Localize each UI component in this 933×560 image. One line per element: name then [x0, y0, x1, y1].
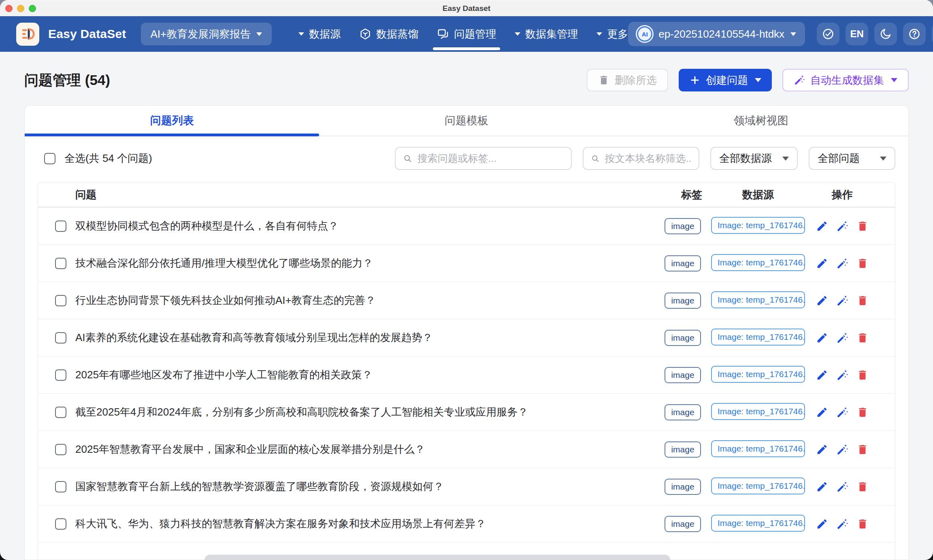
tab-domain-tree[interactable]: 领域树视图: [614, 106, 908, 136]
row-checkbox[interactable]: [55, 481, 66, 492]
delete-icon[interactable]: [856, 406, 869, 418]
app-logo[interactable]: [16, 23, 39, 46]
nav-item-label: 更多: [607, 27, 628, 41]
tag-badge[interactable]: image: [665, 367, 701, 383]
row-checkbox[interactable]: [55, 332, 66, 344]
edit-icon[interactable]: [816, 369, 828, 381]
tab-question-template[interactable]: 问题模板: [319, 106, 613, 136]
delete-selected-button[interactable]: 删除所选: [587, 69, 668, 91]
row-checkbox[interactable]: [55, 258, 66, 269]
chevron-down-icon: [596, 32, 602, 36]
nav-item-datasets[interactable]: 数据集管理: [515, 16, 578, 52]
question-search-input[interactable]: [418, 153, 564, 164]
table-row: 国家智慧教育平台新上线的智慧教学资源覆盖了哪些教育阶段，资源规模如何？ imag…: [38, 468, 895, 505]
delete-icon[interactable]: [856, 295, 869, 307]
question-text: 行业生态协同背景下领先科技企业如何推动AI+教育生态的完善？: [75, 293, 654, 308]
edit-icon[interactable]: [816, 443, 828, 456]
row-checkbox[interactable]: [55, 407, 66, 418]
table-row: 2025年有哪些地区发布了推进中小学人工智能教育的相关政策？ image Ima…: [38, 356, 895, 394]
datasource-select[interactable]: 全部数据源: [710, 147, 798, 170]
edit-icon[interactable]: [816, 257, 828, 269]
window-title: Easy Dataset: [0, 4, 933, 13]
tab-question-list[interactable]: 问题列表: [25, 106, 319, 136]
table-row: 科大讯飞、华为、猿力科技的智慧教育解决方案在服务对象和技术应用场景上有何差异？ …: [38, 505, 895, 543]
delete-selected-label: 删除所选: [615, 73, 657, 87]
navbar-right: AI ep-20251024105544-htdkx EN: [628, 22, 933, 46]
task-status-button[interactable]: [817, 23, 839, 45]
edit-icon[interactable]: [816, 295, 828, 307]
tag-badge[interactable]: image: [665, 404, 701, 420]
delete-icon[interactable]: [856, 518, 869, 530]
nav-item-datasource[interactable]: 数据源: [298, 16, 341, 52]
model-selector[interactable]: AI ep-20251024105544-htdkx: [628, 22, 805, 46]
magic-wand-icon[interactable]: [836, 406, 848, 418]
delete-icon[interactable]: [856, 332, 869, 344]
edit-icon[interactable]: [816, 481, 828, 493]
magic-wand-icon[interactable]: [836, 295, 848, 307]
magic-wand-icon[interactable]: [836, 443, 848, 456]
tag-badge[interactable]: image: [665, 293, 701, 309]
tag-badge[interactable]: image: [665, 218, 701, 234]
delete-icon[interactable]: [856, 220, 869, 232]
row-checkbox[interactable]: [55, 518, 66, 530]
distill-hexagon-icon: [359, 28, 371, 40]
delete-icon[interactable]: [856, 369, 869, 381]
create-question-button[interactable]: 创建问题: [679, 69, 772, 91]
tag-badge[interactable]: image: [665, 479, 701, 495]
row-checkbox[interactable]: [55, 295, 66, 306]
source-badge[interactable]: Image: temp_1761746...: [711, 515, 805, 532]
delete-icon[interactable]: [856, 257, 869, 269]
select-all-checkbox[interactable]: [44, 153, 55, 164]
nav-item-questions[interactable]: 问题管理: [437, 16, 496, 52]
row-checkbox[interactable]: [55, 221, 66, 232]
nav-item-more[interactable]: 更多: [596, 16, 628, 52]
magic-wand-icon[interactable]: [836, 257, 848, 269]
datasource-select-value: 全部数据源: [719, 151, 772, 165]
source-badge[interactable]: Image: temp_1761746...: [711, 440, 805, 457]
row-checkbox[interactable]: [55, 369, 66, 381]
theme-toggle-button[interactable]: [874, 23, 897, 45]
toolbar: 删除所选 创建问题 自动生成数据集: [587, 69, 909, 91]
page-title: 问题管理 (54): [24, 71, 110, 90]
edit-icon[interactable]: [816, 220, 828, 232]
edit-icon[interactable]: [816, 406, 828, 418]
source-badge[interactable]: Image: temp_1761746...: [711, 477, 805, 494]
nav-item-distill[interactable]: 数据蒸馏: [359, 16, 418, 52]
question-text: 科大讯飞、华为、猿力科技的智慧教育解决方案在服务对象和技术应用场景上有何差异？: [75, 517, 654, 531]
auto-generate-dataset-button[interactable]: 自动生成数据集: [782, 69, 909, 91]
question-filter-select[interactable]: 全部问题: [809, 147, 895, 170]
delete-icon[interactable]: [856, 481, 869, 493]
filter-row: 全选(共 54 个问题) 全部数据源 全部问题: [25, 136, 908, 180]
tag-badge[interactable]: image: [665, 441, 701, 458]
magic-wand-icon[interactable]: [836, 220, 848, 232]
search-icon: [591, 153, 600, 164]
row-checkbox[interactable]: [55, 444, 66, 455]
language-toggle-button[interactable]: EN: [846, 23, 868, 45]
source-badge[interactable]: Image: temp_1761746...: [711, 217, 805, 234]
source-badge[interactable]: Image: temp_1761746...: [711, 254, 805, 271]
magic-wand-icon[interactable]: [836, 332, 848, 344]
magic-wand-icon[interactable]: [836, 518, 848, 530]
magic-wand-icon[interactable]: [836, 369, 848, 381]
source-badge[interactable]: Image: temp_1761746...: [711, 329, 805, 346]
tab-bar: 问题列表 问题模板 领域树视图: [25, 106, 908, 136]
source-badge[interactable]: Image: temp_1761746...: [711, 403, 805, 420]
edit-icon[interactable]: [816, 518, 828, 530]
delete-icon[interactable]: [856, 443, 869, 456]
help-button[interactable]: [903, 23, 926, 45]
edit-icon[interactable]: [816, 332, 828, 344]
magic-wand-icon[interactable]: [836, 481, 848, 493]
tag-badge[interactable]: image: [665, 516, 701, 532]
source-badge[interactable]: Image: temp_1761746...: [711, 366, 805, 383]
chat-bubble-icon: [437, 28, 449, 40]
tag-badge[interactable]: image: [665, 330, 701, 346]
chunk-filter-input[interactable]: [605, 153, 691, 164]
language-label: EN: [850, 28, 863, 40]
moon-icon: [879, 28, 892, 40]
table-row: 双模型协同模式包含的两种模型是什么，各自有何特点？ image Image: t…: [38, 208, 895, 245]
project-selector[interactable]: AI+教育发展洞察报告: [141, 23, 272, 45]
tag-badge[interactable]: image: [665, 255, 701, 272]
chevron-down-icon: [298, 32, 304, 36]
source-badge[interactable]: Image: temp_1761746...: [711, 291, 805, 308]
nav-item-label: 数据集管理: [525, 27, 578, 41]
